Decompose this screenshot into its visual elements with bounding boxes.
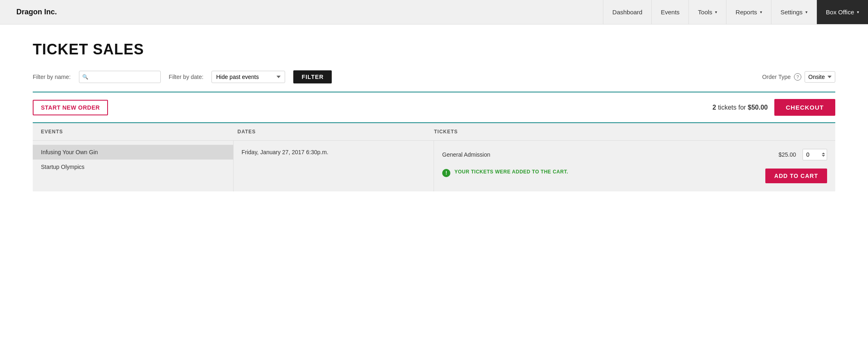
page-title: TICKET SALES (33, 41, 835, 58)
cart-summary: 2 tickets for $50.00 CHECKOUT (713, 99, 835, 116)
success-row: ! YOUR TICKETS WERE ADDED TO THE CART. A… (434, 164, 835, 187)
top-divider (33, 92, 835, 92)
ticket-quantity-select[interactable]: 0 1 2 3 4 5 (803, 149, 827, 160)
settings-dropdown-icon: ▾ (805, 10, 807, 14)
header: Dragon Inc. Dashboard Events Tools ▾ Rep… (0, 0, 868, 25)
filter-by-date-label: Filter by date: (169, 74, 204, 80)
filter-button[interactable]: FILTER (293, 70, 332, 83)
main-nav: Dashboard Events Tools ▾ Reports ▾ Setti… (603, 0, 868, 24)
nav-settings[interactable]: Settings ▾ (771, 0, 816, 24)
tickets-column-header: TICKETS (434, 129, 827, 135)
nav-reports[interactable]: Reports ▾ (726, 0, 771, 24)
ticket-price: $25.00 (767, 151, 796, 158)
tickets-column: General Admission $25.00 0 1 2 3 4 5 ! Y… (434, 141, 835, 191)
dates-column: Friday, January 27, 2017 6:30p.m. (234, 141, 434, 191)
nav-events[interactable]: Events (651, 0, 688, 24)
nav-tools[interactable]: Tools ▾ (688, 0, 726, 24)
search-icon: 🔍 (82, 74, 88, 80)
box-office-dropdown-icon: ▾ (857, 10, 859, 14)
event-item-gin[interactable]: Infusing Your Own Gin (33, 145, 233, 160)
nav-box-office[interactable]: Box Office ▾ (816, 0, 868, 24)
reports-dropdown-icon: ▾ (760, 10, 762, 14)
search-input[interactable] (79, 71, 161, 83)
events-column: Infusing Your Own Gin Startup Olympics (33, 141, 234, 191)
dates-column-header: DATES (238, 129, 434, 135)
date-filter-select[interactable]: Hide past events (211, 71, 285, 83)
filters-row: Filter by name: 🔍 Filter by date: Hide p… (33, 70, 835, 83)
main-content: TICKET SALES Filter by name: 🔍 Filter by… (0, 25, 868, 353)
table-header: EVENTS DATES TICKETS (33, 123, 835, 141)
success-text: YOUR TICKETS WERE ADDED TO THE CART. (454, 169, 568, 175)
ticket-row: General Admission $25.00 0 1 2 3 4 5 (434, 145, 835, 164)
start-new-order-button[interactable]: START NEW ORDER (33, 100, 108, 115)
tools-dropdown-icon: ▾ (715, 10, 717, 14)
order-type-label: Order Type (762, 74, 791, 80)
success-message: ! YOUR TICKETS WERE ADDED TO THE CART. (442, 169, 568, 177)
add-to-cart-button[interactable]: ADD TO CART (765, 169, 827, 183)
cart-count-text: 2 tickets for $50.00 (713, 104, 768, 111)
order-row: START NEW ORDER 2 tickets for $50.00 CHE… (33, 99, 835, 116)
help-icon[interactable]: ? (794, 73, 801, 81)
filter-by-name-label: Filter by name: (33, 74, 71, 80)
event-item-olympics[interactable]: Startup Olympics (33, 160, 233, 174)
date-item: Friday, January 27, 2017 6:30p.m. (234, 145, 434, 160)
checkout-button[interactable]: CHECKOUT (774, 99, 835, 116)
table-body: Infusing Your Own Gin Startup Olympics F… (33, 141, 835, 191)
order-type-group: Order Type ? Onsite (762, 71, 835, 83)
events-column-header: EVENTS (41, 129, 238, 135)
logo: Dragon Inc. (0, 0, 73, 24)
ticket-table: EVENTS DATES TICKETS Infusing Your Own G… (33, 123, 835, 191)
success-icon: ! (442, 169, 450, 177)
search-wrapper: 🔍 (79, 71, 161, 83)
ticket-name: General Admission (442, 151, 761, 158)
order-type-select[interactable]: Onsite (805, 71, 835, 83)
nav-dashboard[interactable]: Dashboard (603, 0, 651, 24)
